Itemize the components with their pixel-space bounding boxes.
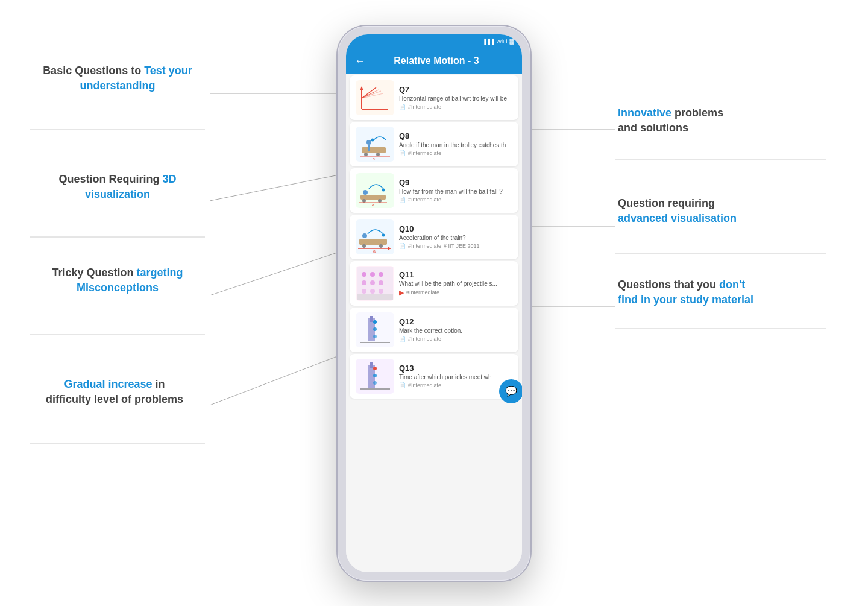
svg-marker-44 (388, 247, 391, 250)
question-item-q7[interactable]: Q7 Horizontal range of ball wrt trolley … (350, 75, 518, 120)
svg-point-59 (373, 320, 377, 324)
annotation-tricky: Tricky Question targetingMisconceptions (30, 265, 205, 295)
q11-description: What will be the path of projectile s... (399, 280, 512, 287)
q12-tag: #Intermediate (408, 336, 441, 342)
svg-point-26 (366, 140, 371, 145)
svg-rect-58 (370, 316, 373, 322)
q10-number: Q10 (399, 224, 512, 233)
thumbnail-q10: a (356, 219, 394, 254)
q13-tags: 📄 #Intermediate (399, 382, 512, 388)
q12-number: Q12 (399, 317, 512, 326)
annotation-basic-text: Basic Questions to Test your understandi… (30, 63, 205, 93)
q12-description: Mark the correct option. (399, 327, 512, 334)
q10-tag: #Intermediate (408, 243, 441, 249)
svg-point-24 (364, 153, 368, 156)
q11-play-icon: ▶ (399, 289, 404, 297)
q11-tag: #Intermediate (406, 289, 439, 295)
svg-rect-31 (360, 195, 386, 200)
annotation-gradual-text: Gradual increase indifficulty level of p… (18, 377, 211, 407)
annotation-innovative-text: Innovative problemsand solutions (618, 106, 799, 136)
q13-doc-icon: 📄 (399, 382, 406, 388)
q8-description: Angle if the man in the trolley catches … (399, 142, 512, 148)
svg-point-60 (373, 327, 377, 331)
svg-rect-38 (359, 239, 387, 245)
q11-tags: ▶ #Intermediate (399, 289, 512, 297)
annotation-innovative-highlight: Innovative (618, 107, 671, 119)
q7-content: Q7 Horizontal range of ball wrt trolley … (399, 85, 512, 110)
annotation-basic-questions: Basic Questions to Test your understandi… (30, 63, 205, 93)
question-item-q12[interactable]: Q12 Mark the correct option. 📄 #Intermed… (350, 308, 518, 352)
phone-shell: ▐▐▐ WiFi ▓ ← Relative Motion - 3 (338, 26, 530, 581)
wifi-icon: WiFi (496, 39, 507, 45)
question-item-q9[interactable]: a Q9 How far from the man will the ball … (350, 168, 518, 213)
annotation-basic-highlight: Test your understanding (80, 65, 192, 92)
status-icons: ▐▐▐ WiFi ▓ (482, 39, 514, 45)
svg-point-66 (373, 374, 377, 377)
back-button[interactable]: ← (354, 55, 365, 68)
svg-point-32 (362, 199, 366, 203)
thumbnail-q11 (356, 266, 394, 301)
svg-point-55 (379, 289, 383, 294)
q9-tags: 📄 #Intermediate (399, 197, 512, 203)
q11-number: Q11 (399, 270, 512, 279)
annotation-advanced-highlight: advanced visualisation (618, 212, 737, 224)
annotation-gradual: Gradual increase indifficulty level of p… (18, 377, 211, 407)
q12-doc-icon: 📄 (399, 336, 406, 342)
svg-rect-56 (357, 294, 393, 300)
svg-point-51 (370, 280, 375, 285)
svg-point-40 (379, 244, 383, 248)
chat-bubble-button[interactable]: 💬 (499, 379, 522, 403)
annotation-advanced-text: Question requiringadvanced visualisation (618, 196, 799, 226)
app-title: Relative Motion - 3 (371, 55, 514, 66)
annotation-dont-find: Questions that you don'tfind in your stu… (618, 277, 799, 308)
svg-point-41 (362, 233, 367, 238)
svg-point-34 (363, 190, 368, 195)
question-item-q11[interactable]: Q11 What will be the path of projectile … (350, 261, 518, 306)
svg-point-49 (379, 272, 383, 277)
thumbnail-q12 (356, 312, 394, 347)
battery-icon: ▓ (509, 39, 514, 45)
svg-point-33 (378, 199, 382, 203)
svg-point-65 (373, 367, 377, 370)
q10-description: Acceleration of the train? (399, 235, 512, 241)
q8-doc-icon: 📄 (399, 150, 406, 156)
question-item-q8[interactable]: a Q8 Angle if the man in the trolley cat… (350, 122, 518, 166)
q13-content: Q13 Time after which particles meet wh 📄… (399, 364, 512, 388)
svg-line-3 (210, 356, 339, 405)
annotation-3d-text: Question Requiring 3Dvisualization (30, 172, 205, 202)
question-item-q10[interactable]: a Q10 Acceleration of the train? 📄 #Inte… (350, 215, 518, 259)
q9-doc-icon: 📄 (399, 197, 406, 203)
q7-tag: #Intermediate (408, 104, 441, 110)
annotation-3d: Question Requiring 3Dvisualization (30, 172, 205, 202)
q10-tags: 📄 #Intermediate # IIT JEE 2011 (399, 243, 512, 249)
annotation-dont-text: Questions that you don'tfind in your stu… (618, 277, 799, 308)
svg-point-35 (382, 188, 385, 191)
svg-rect-64 (370, 362, 373, 368)
svg-marker-22 (360, 86, 363, 90)
annotation-dont-highlight: don'tfind in your study material (618, 279, 753, 306)
q9-content: Q9 How far from the man will the ball fa… (399, 178, 512, 203)
svg-point-54 (370, 289, 375, 294)
status-bar: ▐▐▐ WiFi ▓ (346, 34, 522, 49)
svg-line-2 (210, 252, 339, 295)
q9-tag: #Intermediate (408, 197, 441, 203)
svg-text:a: a (373, 249, 376, 253)
question-list[interactable]: Q7 Horizontal range of ball wrt trolley … (346, 74, 522, 572)
svg-point-61 (373, 335, 377, 338)
q8-number: Q8 (399, 131, 512, 140)
svg-text:a: a (372, 203, 374, 207)
svg-point-42 (382, 233, 385, 236)
chat-icon: 💬 (505, 385, 517, 397)
svg-point-67 (373, 381, 377, 385)
annotation-advanced: Question requiringadvanced visualisation (618, 196, 799, 226)
q13-description: Time after which particles meet wh (399, 374, 512, 380)
q10-content: Q10 Acceleration of the train? 📄 #Interm… (399, 224, 512, 249)
q12-tags: 📄 #Intermediate (399, 336, 512, 342)
svg-line-1 (210, 175, 339, 201)
thumbnail-q8: a (356, 127, 394, 162)
svg-point-52 (379, 280, 383, 285)
question-item-q13[interactable]: Q13 Time after which particles meet wh 📄… (350, 354, 518, 399)
annotation-innovative: Innovative problemsand solutions (618, 106, 799, 136)
annotation-tricky-text: Tricky Question targetingMisconceptions (30, 265, 205, 295)
q7-description: Horizontal range of ball wrt trolley wil… (399, 95, 512, 102)
